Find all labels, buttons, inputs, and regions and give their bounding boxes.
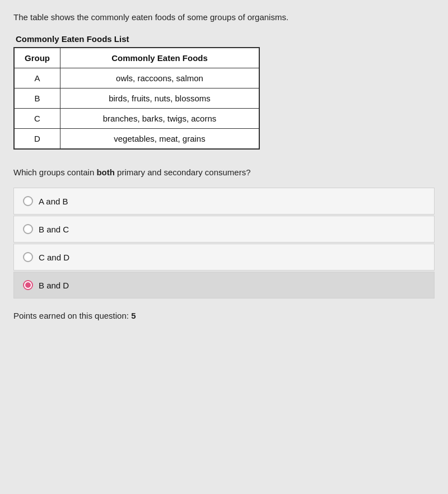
table-section: Commonly Eaten Foods List Group Commonly…: [13, 34, 435, 150]
points-value: 5: [131, 311, 136, 320]
radio-circle-opt3: [23, 252, 33, 262]
option-item-opt4[interactable]: B and D: [13, 272, 435, 299]
question-bold: both: [96, 167, 114, 177]
question-text-before: Which groups contain: [13, 167, 96, 177]
table-cell-group: C: [14, 108, 60, 128]
table-cell-group: B: [14, 88, 60, 108]
table-cell-foods: owls, raccoons, salmon: [60, 68, 260, 88]
table-cell-foods: vegetables, meat, grains: [60, 128, 260, 149]
table-row: Cbranches, barks, twigs, acorns: [14, 108, 259, 128]
foods-table: Group Commonly Eaten Foods Aowls, raccoo…: [13, 47, 260, 150]
table-header-group: Group: [14, 48, 60, 68]
option-label-opt4: B and D: [39, 281, 69, 290]
table-cell-group: A: [14, 68, 60, 88]
radio-circle-opt1: [23, 196, 33, 206]
points-text: Points earned on this question: 5: [13, 311, 435, 320]
table-row: Dvegetables, meat, grains: [14, 128, 259, 149]
question-text-after: primary and secondary consumers?: [115, 167, 251, 177]
options-list: A and BB and CC and DB and D: [13, 188, 435, 300]
table-header-foods: Commonly Eaten Foods: [60, 48, 260, 68]
table-cell-group: D: [14, 128, 60, 149]
intro-text: The table shows the commonly eaten foods…: [13, 11, 435, 24]
option-label-opt2: B and C: [39, 225, 69, 234]
option-label-opt1: A and B: [39, 197, 68, 206]
option-item-opt3[interactable]: C and D: [13, 244, 435, 271]
points-label: Points earned on this question:: [13, 311, 129, 320]
table-cell-foods: birds, fruits, nuts, blossoms: [60, 88, 260, 108]
option-label-opt3: C and D: [39, 253, 69, 262]
option-item-opt2[interactable]: B and C: [13, 216, 435, 243]
question-text: Which groups contain both primary and se…: [13, 166, 435, 179]
table-row: Aowls, raccoons, salmon: [14, 68, 259, 88]
radio-circle-opt2: [23, 224, 33, 234]
table-cell-foods: branches, barks, twigs, acorns: [60, 108, 260, 128]
table-title: Commonly Eaten Foods List: [16, 34, 435, 44]
table-row: Bbirds, fruits, nuts, blossoms: [14, 88, 259, 108]
radio-circle-opt4: [23, 280, 33, 290]
option-item-opt1[interactable]: A and B: [13, 188, 435, 215]
